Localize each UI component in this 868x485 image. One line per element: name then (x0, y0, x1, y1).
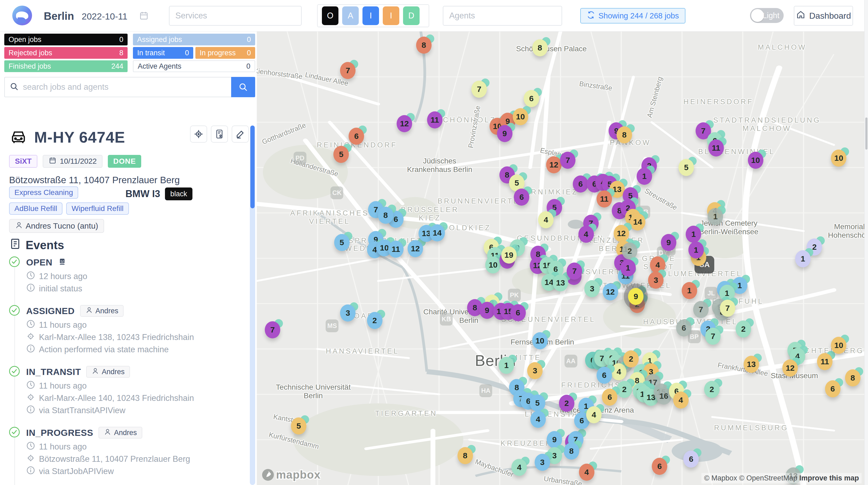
assigned-agent-chip[interactable]: Andres Tucno (antu) (9, 219, 104, 233)
map-marker[interactable]: 12 (546, 156, 562, 173)
filter-done-button[interactable]: D (403, 6, 420, 25)
app-logo-icon[interactable] (12, 6, 32, 25)
panel-scrollbar-thumb[interactable] (250, 125, 255, 208)
map-marker-selected[interactable]: 9 (628, 288, 644, 305)
map-marker[interactable]: 1 (686, 226, 701, 243)
map-marker[interactable]: 10 (748, 152, 763, 169)
mapbox-logo[interactable]: mapbox (261, 468, 320, 481)
map-marker[interactable]: 3 (648, 272, 663, 289)
map-marker[interactable]: 6 (676, 320, 691, 336)
stat-assigned-jobs[interactable]: Assigned jobs0 (133, 34, 255, 46)
map-marker[interactable]: 6 (510, 304, 526, 321)
map-marker[interactable]: 5 (679, 159, 694, 176)
map-marker[interactable]: 11 (708, 140, 724, 156)
job-report-button[interactable] (211, 125, 228, 143)
map-marker[interactable]: 1 (708, 208, 723, 225)
map-marker[interactable]: 12 (603, 283, 618, 300)
map-marker[interactable]: 12 (614, 225, 629, 242)
map-marker[interactable]: 9 (661, 234, 676, 251)
stat-in-progress-jobs[interactable]: In progress0 (195, 47, 255, 59)
services-input[interactable] (169, 6, 302, 26)
filter-assigned-button[interactable]: A (342, 6, 359, 25)
page-scrollbar-thumb[interactable] (865, 118, 867, 150)
map-marker[interactable]: 4 (538, 211, 554, 229)
map-marker[interactable]: 5 (333, 146, 349, 163)
search-submit-button[interactable] (231, 77, 255, 97)
map-marker[interactable]: 13 (744, 356, 759, 373)
stat-open-jobs[interactable]: Open jobs0 (4, 34, 128, 46)
map-marker[interactable]: 8 (378, 207, 394, 224)
map-marker[interactable]: 5 (334, 234, 350, 251)
map-marker[interactable]: 6 (602, 389, 617, 406)
map-marker[interactable]: 11 (388, 241, 404, 258)
map-marker[interactable]: 11 (817, 353, 833, 370)
map-marker[interactable]: 11 (427, 111, 442, 128)
attr-improve-link[interactable]: Improve this map (799, 474, 859, 482)
locate-on-map-button[interactable] (190, 125, 207, 143)
map-marker[interactable]: 6 (596, 367, 612, 384)
map-marker[interactable]: 2 (736, 321, 751, 338)
map-marker[interactable]: 7 (471, 81, 487, 98)
showing-jobs-badge[interactable]: Showing 244 / 268 jobs (580, 8, 685, 24)
map-marker[interactable]: 10 (532, 332, 548, 349)
map-marker[interactable]: 7 (340, 62, 355, 79)
map-marker[interactable]: 2 (559, 395, 575, 412)
map-marker[interactable]: 6 (524, 90, 539, 107)
map-marker[interactable]: 9 (479, 302, 495, 319)
map-canvas[interactable]: MALCHOWHEINERSDORFSTADTRANDSIEDLUNG MALC… (257, 32, 864, 485)
attr-osm-link[interactable]: © OpenStreetMap (739, 474, 797, 482)
map-marker[interactable]: 12 (782, 360, 798, 376)
map-marker[interactable]: 1 (499, 357, 514, 374)
map-marker[interactable]: 10 (485, 256, 501, 273)
map-marker[interactable]: 6 (683, 451, 699, 467)
map-marker[interactable]: 10 (831, 150, 846, 166)
map-marker[interactable]: 1 (620, 259, 636, 276)
event-agent-chip[interactable]: Andres (98, 427, 142, 438)
map-marker[interactable]: 4 (586, 406, 601, 423)
map-marker[interactable]: 8 (416, 37, 432, 54)
service-chip[interactable]: Express Cleaning (9, 186, 78, 199)
map-marker[interactable]: 3 (535, 454, 550, 471)
map-marker[interactable]: 1 (637, 168, 652, 185)
map-marker[interactable]: 14 (630, 213, 645, 231)
stat-finished-jobs[interactable]: Finished jobs244 (4, 60, 128, 72)
map-marker[interactable]: 8 (564, 443, 579, 460)
stat-rejected-jobs[interactable]: Rejected jobs8 (4, 47, 128, 59)
map-marker[interactable]: 1 (682, 282, 697, 299)
map-marker[interactable]: 4 (579, 226, 594, 243)
map-marker[interactable]: 2 (704, 381, 720, 398)
map-marker[interactable]: 6 (573, 176, 588, 192)
map-marker[interactable]: 8 (845, 369, 861, 387)
map-marker[interactable]: 7 (705, 328, 721, 345)
map-marker[interactable]: 8 (617, 126, 632, 144)
map-marker[interactable]: 11 (596, 190, 612, 208)
event-agent-chip[interactable]: Andres (86, 366, 130, 377)
map-marker[interactable]: 12 (408, 240, 423, 257)
map-marker[interactable]: 7 (720, 300, 735, 317)
map-marker[interactable]: 3 (584, 280, 600, 297)
stat-in-transit-jobs[interactable]: In transit0 (133, 47, 193, 59)
stat-active-agents[interactable]: Active Agents0 (133, 60, 255, 72)
agents-input[interactable] (443, 6, 562, 26)
map-marker[interactable]: 10 (831, 337, 846, 354)
map-marker[interactable]: 10 (513, 108, 528, 125)
event-agent-chip[interactable]: Andres (80, 305, 124, 317)
page-scrollbar[interactable] (864, 0, 868, 485)
map-marker[interactable]: 8 (458, 447, 473, 464)
map-marker[interactable]: 5 (291, 418, 306, 434)
map-marker[interactable]: 3 (340, 304, 355, 322)
date-picker-value[interactable]: 2022-10-11 (82, 11, 127, 22)
filter-in-transit-button[interactable]: I (363, 6, 379, 25)
panel-scrollbar[interactable] (250, 125, 255, 485)
map-marker[interactable]: 2 (367, 312, 382, 329)
theme-toggle[interactable]: Light (750, 8, 784, 23)
dashboard-button[interactable]: Dashboard (794, 6, 853, 26)
map-marker[interactable]: 4 (579, 464, 594, 481)
search-input[interactable] (23, 82, 231, 92)
operator-chip[interactable]: SiXT (9, 155, 37, 168)
map-marker[interactable]: 4 (530, 411, 546, 428)
map-marker[interactable]: 12 (397, 115, 412, 132)
service-chip[interactable]: AdBlue Refill (9, 203, 62, 215)
map-marker[interactable]: 7 (693, 301, 709, 318)
filter-in-progress-button[interactable]: I (383, 6, 399, 25)
